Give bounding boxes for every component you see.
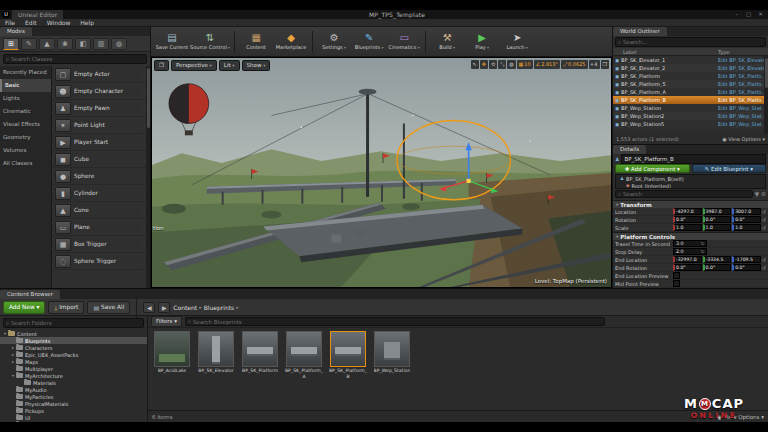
z-field[interactable]: 3007.0 [732,208,761,215]
folder-maps[interactable]: ▸Maps [0,358,147,365]
placeable-cube[interactable]: ◼Cube⋮ [52,151,150,168]
tab-details[interactable]: Details [613,145,646,154]
perspective-dropdown[interactable]: Perspective ▾ [171,60,217,71]
category-volumes[interactable]: Volumes [0,144,51,157]
y-field[interactable]: 0.0° [703,264,732,271]
edit-blueprint-link[interactable]: Edit BP_SK_Elevator [718,57,768,63]
details-filter-icon[interactable]: ▼ [755,190,759,199]
forward-button[interactable]: ▶ [158,302,170,313]
blueprints-button[interactable]: ✎Blueprints ▾ [352,28,386,56]
edit-blueprint-link[interactable]: Edit BP_SK_Platform [718,73,768,79]
assets-search[interactable]: ⌕ [185,317,605,326]
number-field[interactable]: 2.0⇅ [673,248,707,255]
modes-search-input[interactable] [11,56,144,62]
folder-epic-ue4-assetpacks[interactable]: ▸Epic_UE4_AssetPacks [0,351,147,358]
outliner-row-bp-sk-platform-b[interactable]: ◼BP_SK_Platform_BEdit BP_SK_Platform_B [613,96,768,104]
edit-blueprint-link[interactable]: Edit BP_SK_Elevator [718,65,768,71]
placeable-player-start[interactable]: ▶Player Start⋮ [52,134,150,151]
folder-ui[interactable]: UI [0,414,147,421]
z-field[interactable]: -1709.5 [732,256,761,263]
filters-button[interactable]: Filters ▾ [151,316,182,327]
outliner-search-input[interactable] [623,39,763,45]
maximize-button[interactable]: ▢ [743,10,754,19]
placeable-plane[interactable]: ▭Plane⋮ [52,219,150,236]
folder-content[interactable]: ▾Content [0,330,147,337]
placeable-empty-character[interactable]: ☻Empty Character⋮ [52,83,150,100]
paint-mode-icon[interactable]: ✎ [21,38,37,50]
scale-tool-icon[interactable]: ⤡ [498,60,506,69]
menu-item-window[interactable]: Window [42,19,76,27]
content-button[interactable]: ▦Content [239,28,273,56]
details-search[interactable]: ⌕ [615,190,753,198]
placeable-sphere-trigger[interactable]: ◌Sphere Trigger⋮ [52,253,150,270]
folders-search-input[interactable] [11,320,141,326]
placeable-empty-actor[interactable]: ▢Empty Actor⋮ [52,66,150,83]
folders-search[interactable]: ⌕ [3,318,144,328]
placeable-cylinder[interactable]: ▮Cylinder⋮ [52,185,150,202]
source-control-button[interactable]: ⇅Source Control ▾ [190,28,230,56]
folder-physicalmaterials[interactable]: PhysicalMaterials [0,400,147,407]
category-visual-effects[interactable]: Visual Effects [0,118,51,131]
category-lights[interactable]: Lights [0,92,51,105]
outliner-row-bp-sk-platform-5[interactable]: ◼BP_SK_Platform_5Edit BP_SK_Platform [613,80,768,88]
placeable-empty-pawn[interactable]: ♟Empty Pawn⋮ [52,100,150,117]
asset-bp-sk-elevator[interactable]: BP_SK_Elevator [196,331,236,374]
move-tool-icon[interactable]: ✥ [480,60,488,69]
maximize-viewport-icon[interactable]: ❐ [601,60,609,69]
folder-myarchitecture[interactable]: ▾MyArchitecture [0,372,147,379]
outliner-row-bp-sk-platform[interactable]: ◼BP_SK_PlatformEdit BP_SK_Platform [613,72,768,80]
placeable-sphere[interactable]: ●Sphere⋮ [52,168,150,185]
edit-blueprint-link[interactable]: Edit BP_SK_Platform_B [718,97,768,103]
foliage-mode-icon[interactable]: ❀ [57,38,73,50]
reset-icon[interactable]: ↺ [762,257,766,263]
cinematics-button[interactable]: ▭Cinematics ▾ [387,28,421,56]
reset-icon[interactable]: ↺ [762,217,766,223]
place-mode-icon[interactable]: ⊞ [3,38,19,50]
x-field[interactable]: -4297.0 [673,208,702,215]
outliner-row-bp-sk-platform-a[interactable]: ◼BP_SK_Platform_AEdit BP_SK_Platform_A [613,88,768,96]
component-bp-sk-platform-b-self[interactable]: ♟BP_SK_Platform_B(self) [616,175,765,182]
details-search-input[interactable] [623,191,750,197]
marketplace-button[interactable]: ◆Marketplace [274,28,308,56]
edit-blueprint-button[interactable]: ✎ Edit Blueprint ▾ [692,164,767,173]
modes-scrollbar[interactable] [146,66,150,288]
checkbox[interactable] [673,280,680,287]
modes-search[interactable]: ⌕ [3,54,147,64]
settings-button[interactable]: ⚙Settings ▾ [317,28,351,56]
build-button[interactable]: ⚒Build ▾ [430,28,464,56]
assets-search-input[interactable] [193,319,602,325]
close-button[interactable]: ✕ [755,10,766,19]
z-field[interactable]: 0.0° [732,264,761,271]
edit-blueprint-link[interactable]: Edit BP_Wep_Station [718,121,768,127]
z-field[interactable]: 1.0 [732,224,761,231]
x-field[interactable]: 0.0° [673,264,702,271]
y-field[interactable]: 3987.0 [703,208,732,215]
category-recently-placed[interactable]: Recently Placed [0,66,51,79]
y-field[interactable]: -3334.5 [703,256,732,263]
scale-snap-toggle[interactable]: ⤢0.0625 [561,60,588,69]
component-root-inherited[interactable]: ◆Root (Inherited) [616,182,765,189]
folder-multiplayer[interactable]: Multiplayer [0,365,147,372]
launch-button[interactable]: ➤Launch ▾ [500,28,534,56]
folder-pickups[interactable]: Pickups [0,407,147,414]
outliner-row-bp-wep-station[interactable]: ◼BP_Wep_StationEdit BP_Wep_Station [613,104,768,112]
tab-content-browser[interactable]: Content Browser [0,290,60,299]
reset-icon[interactable]: ↺ [762,209,766,215]
back-button[interactable]: ◀ [143,302,155,313]
menu-item-edit[interactable]: Edit [20,19,42,27]
rotation-snap-toggle[interactable]: ∠2.813° [534,60,560,69]
import-button[interactable]: ⤓Import [48,301,84,314]
placeable-cone[interactable]: ▲Cone⋮ [52,202,150,219]
y-field[interactable]: 0.0° [703,216,732,223]
category-geometry[interactable]: Geometry [0,131,51,144]
show-dropdown[interactable]: Show ▾ [242,60,271,71]
menu-item-help[interactable]: Help [75,19,99,27]
play-button[interactable]: ▶Play ▾ [465,28,499,56]
outliner-search[interactable]: ⌕ [615,37,766,47]
number-field[interactable]: 3.0⇅ [673,240,707,247]
outliner-scrollbar[interactable] [764,56,768,134]
x-field[interactable]: 1.0 [673,224,702,231]
asset-bp-acidlake[interactable]: BP_AcidLake [152,331,192,374]
category-basic[interactable]: Basic [0,79,51,92]
world-space-icon[interactable]: ◍ [507,60,515,69]
